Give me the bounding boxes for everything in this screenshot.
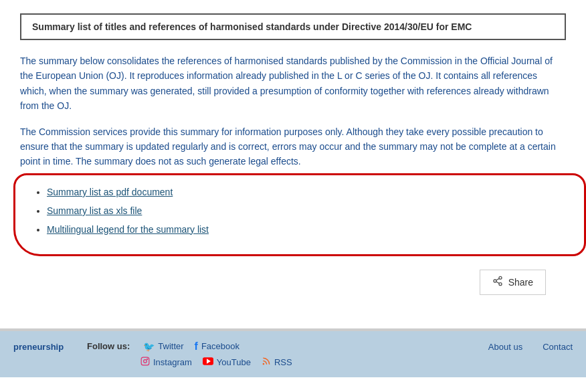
contact-link[interactable]: Contact (543, 342, 573, 352)
rss-link[interactable]: RSS (262, 357, 292, 368)
svg-point-1 (494, 280, 496, 282)
pdf-link[interactable]: Summary list as pdf document (47, 187, 173, 197)
youtube-icon (203, 357, 213, 367)
footer-social-row-2: Instagram YouTube (87, 357, 292, 368)
multilingual-link[interactable]: Multilingual legend for the summary list (47, 224, 209, 235)
svg-line-3 (496, 282, 499, 284)
svg-point-6 (144, 359, 147, 363)
share-icon (492, 276, 503, 289)
paragraph-2: The Commission services provide this sum… (20, 124, 566, 169)
facebook-icon: f (195, 340, 198, 353)
instagram-link[interactable]: Instagram (140, 357, 192, 368)
share-area: Share (20, 263, 566, 308)
svg-point-10 (263, 363, 264, 364)
svg-rect-5 (141, 357, 149, 365)
rss-label: RSS (274, 357, 292, 367)
follow-label: Follow us: (87, 341, 130, 351)
facebook-label: Facebook (201, 341, 239, 351)
svg-line-4 (496, 278, 499, 280)
share-button[interactable]: Share (480, 270, 546, 295)
svg-point-7 (147, 359, 148, 359)
rss-icon (262, 357, 271, 368)
xls-link[interactable]: Summary list as xls file (47, 205, 142, 216)
share-label: Share (508, 277, 533, 288)
svg-point-2 (499, 282, 502, 285)
instagram-icon (140, 357, 150, 368)
footer-social-row-1: Follow us: 🐦 Twitter f Facebook (87, 340, 292, 353)
list-item: Multilingual legend for the summary list (47, 224, 566, 235)
list-item: Summary list as pdf document (47, 187, 566, 197)
title-box: Summary list of titles and references of… (20, 13, 566, 40)
youtube-label: YouTube (217, 357, 251, 367)
footer-nav: About us Contact (488, 340, 573, 352)
links-list: Summary list as pdf document Summary lis… (33, 187, 566, 235)
footer-social: Follow us: 🐦 Twitter f Facebook Ins (87, 340, 292, 368)
about-us-link[interactable]: About us (488, 342, 522, 352)
twitter-label: Twitter (158, 341, 183, 351)
twitter-icon: 🐦 (143, 341, 155, 352)
instagram-label: Instagram (153, 357, 192, 367)
youtube-link[interactable]: YouTube (203, 357, 251, 367)
main-content: Summary list of titles and references of… (0, 0, 586, 328)
footer: preneurship Follow us: 🐦 Twitter f Faceb… (0, 331, 586, 377)
page-title: Summary list of titles and references of… (32, 21, 472, 32)
facebook-link[interactable]: f Facebook (195, 340, 239, 353)
paragraph-1: The summary below consolidates the refer… (20, 54, 566, 114)
svg-point-0 (499, 276, 502, 279)
footer-left-text: preneurship (13, 340, 87, 352)
twitter-link[interactable]: 🐦 Twitter (143, 341, 183, 352)
list-item: Summary list as xls file (47, 205, 566, 216)
links-section: Summary list as pdf document Summary lis… (20, 180, 566, 250)
